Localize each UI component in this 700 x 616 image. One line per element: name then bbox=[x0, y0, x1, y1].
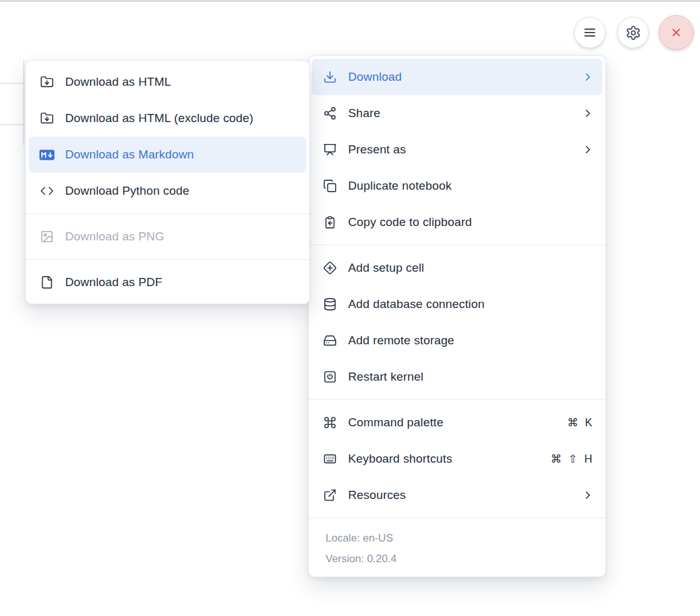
menu-item-download-as-html[interactable]: Download as HTML bbox=[29, 64, 306, 100]
file-icon bbox=[39, 275, 54, 290]
presentation-icon bbox=[322, 142, 337, 157]
folder-down-icon bbox=[39, 74, 54, 90]
chevron-right-icon bbox=[582, 143, 594, 156]
clipboard-copy-icon bbox=[322, 215, 337, 230]
keyboard-shortcut-hint: ⌘ K bbox=[567, 416, 594, 429]
menu-item-label: Restart kernel bbox=[348, 370, 594, 384]
notebook-menu-button[interactable] bbox=[574, 17, 605, 48]
menu-footer: Locale: en-US Version: 0.20.4 bbox=[312, 523, 602, 573]
menu-item-label: Add remote storage bbox=[348, 334, 594, 347]
copy-pages-icon bbox=[322, 178, 337, 193]
command-key-icon bbox=[322, 415, 337, 430]
menu-item-duplicate-notebook[interactable]: Duplicate notebook bbox=[312, 168, 602, 204]
menu-item-download[interactable]: Download bbox=[312, 59, 602, 95]
menu-item-present-as[interactable]: Present as bbox=[312, 131, 602, 168]
diamond-plus-icon bbox=[322, 260, 337, 275]
menu-item-label: Keyboard shortcuts bbox=[348, 452, 550, 466]
download-icon bbox=[322, 69, 337, 85]
code-icon bbox=[39, 183, 54, 198]
background-cell-border bbox=[0, 83, 24, 84]
hard-drive-icon bbox=[322, 333, 337, 348]
keyboard-shortcut-hint: ⌘ ⇧ H bbox=[550, 453, 594, 466]
database-icon bbox=[322, 297, 337, 312]
menu-item-label: Download as PDF bbox=[65, 275, 298, 289]
notebook-actions-menu: Download Share Present as Duplicate note… bbox=[308, 55, 606, 577]
menu-item-label: Share bbox=[348, 106, 582, 120]
page-top-border bbox=[0, 0, 700, 2]
download-submenu: Download as HTML Download as HTML (exclu… bbox=[25, 60, 310, 304]
image-icon bbox=[39, 229, 54, 244]
close-x-icon bbox=[668, 24, 684, 41]
menu-item-label: Add setup cell bbox=[348, 261, 594, 275]
menu-item-download-as-pdf[interactable]: Download as PDF bbox=[29, 264, 306, 300]
menu-item-download-python-code[interactable]: Download Python code bbox=[29, 173, 306, 209]
menu-divider bbox=[26, 259, 309, 260]
version-text: Version: 0.20.4 bbox=[326, 548, 602, 569]
menu-item-label: Download as HTML bbox=[65, 75, 298, 89]
menu-item-command-palette[interactable]: Command palette ⌘ K bbox=[312, 404, 602, 441]
menu-divider bbox=[309, 399, 605, 400]
menu-item-add-database-connection[interactable]: Add database connection bbox=[312, 286, 602, 322]
menu-item-label: Command palette bbox=[348, 416, 567, 429]
background-cell-border bbox=[23, 60, 24, 145]
menu-divider bbox=[309, 245, 605, 245]
keyboard-icon bbox=[322, 451, 337, 466]
close-app-button[interactable] bbox=[659, 15, 694, 50]
chevron-right-icon bbox=[582, 107, 594, 120]
menu-item-resources[interactable]: Resources bbox=[312, 477, 602, 513]
menu-item-keyboard-shortcuts[interactable]: Keyboard shortcuts ⌘ ⇧ H bbox=[312, 441, 602, 477]
menu-divider bbox=[26, 213, 309, 214]
menu-item-label: Download as PNG bbox=[65, 230, 298, 244]
markdown-badge-icon bbox=[39, 147, 54, 162]
menu-item-label: Copy code to clipboard bbox=[348, 215, 594, 229]
external-link-icon bbox=[322, 488, 337, 503]
menu-divider bbox=[309, 518, 605, 518]
menu-item-restart-kernel[interactable]: Restart kernel bbox=[312, 359, 602, 395]
background-cell-border bbox=[0, 124, 24, 125]
menu-item-download-as-markdown[interactable]: Download as Markdown bbox=[29, 136, 306, 173]
power-square-icon bbox=[322, 369, 337, 384]
menu-item-add-setup-cell[interactable]: Add setup cell bbox=[312, 250, 602, 286]
locale-text: Locale: en-US bbox=[326, 528, 602, 548]
settings-gear-icon bbox=[625, 25, 641, 41]
menu-item-label: Download Python code bbox=[65, 184, 298, 198]
chevron-right-icon bbox=[582, 71, 594, 83]
menu-item-download-as-html-exclude-code[interactable]: Download as HTML (exclude code) bbox=[29, 100, 306, 136]
menu-icon bbox=[582, 24, 598, 41]
menu-item-label: Add database connection bbox=[348, 297, 594, 311]
settings-button[interactable] bbox=[617, 17, 649, 48]
folder-down-icon bbox=[39, 111, 54, 126]
menu-item-label: Duplicate notebook bbox=[348, 179, 594, 193]
menu-item-copy-code-to-clipboard[interactable]: Copy code to clipboard bbox=[312, 204, 602, 240]
menu-item-download-as-png[interactable]: Download as PNG bbox=[29, 218, 306, 255]
menu-item-label: Present as bbox=[348, 143, 582, 157]
menu-item-add-remote-storage[interactable]: Add remote storage bbox=[312, 322, 602, 359]
menu-item-share[interactable]: Share bbox=[312, 95, 602, 131]
menu-item-label: Download as Markdown bbox=[65, 148, 298, 162]
chevron-right-icon bbox=[582, 489, 594, 501]
menu-item-label: Download bbox=[348, 70, 582, 84]
menu-item-label: Download as HTML (exclude code) bbox=[65, 111, 298, 125]
menu-item-label: Resources bbox=[348, 488, 582, 502]
share-icon bbox=[322, 106, 337, 121]
